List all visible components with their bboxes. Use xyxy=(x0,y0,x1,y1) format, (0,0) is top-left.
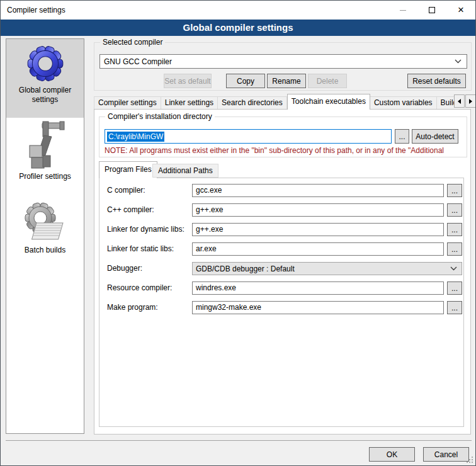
cpp-compiler-browse-button[interactable]: ... xyxy=(447,203,462,217)
set-as-default-button[interactable]: Set as default xyxy=(164,74,212,88)
tab-custom-variables[interactable]: Custom variables xyxy=(370,96,437,110)
make-program-browse-button[interactable]: ... xyxy=(447,301,462,314)
linker-dynamic-input[interactable]: g++.exe xyxy=(192,223,444,236)
settings-category-list: Global compiler settings Profiler settin… xyxy=(6,38,84,434)
make-program-input[interactable]: mingw32-make.exe xyxy=(192,301,444,314)
sidebar-item-label: Batch builds xyxy=(22,244,68,259)
caliper-icon xyxy=(23,120,67,171)
selected-compiler-group: Selected compiler GNU GCC Compiler Set a… xyxy=(94,42,472,91)
tab-linker-settings[interactable]: Linker settings xyxy=(161,96,218,110)
debugger-select-value: GDB/CDB debugger : Default xyxy=(196,264,295,273)
auto-detect-button[interactable]: Auto-detect xyxy=(412,129,458,144)
installation-directory-value: C:\raylib\MinGW xyxy=(107,132,164,142)
blue-gear-icon xyxy=(25,43,66,84)
sidebar-item-profiler-settings[interactable]: Profiler settings xyxy=(6,120,84,185)
minimize-icon xyxy=(400,10,406,11)
compiler-select-value: GNU GCC Compiler xyxy=(104,57,172,66)
c-compiler-input[interactable]: gcc.exe xyxy=(192,184,444,197)
field-label-linker-static: Linker for static libs: xyxy=(107,242,174,256)
subtab-additional-paths[interactable]: Additional Paths xyxy=(152,164,218,178)
linker-static-browse-button[interactable]: ... xyxy=(447,242,462,256)
field-label-linker-dynamic: Linker for dynamic libs: xyxy=(107,223,184,236)
maximize-button[interactable] xyxy=(417,1,446,20)
field-label-c-compiler: C compiler: xyxy=(107,184,145,197)
resource-compiler-browse-button[interactable]: ... xyxy=(447,281,462,295)
program-files-page: C compiler: gcc.exe ... C++ compiler: g+… xyxy=(99,178,464,427)
copy-button[interactable]: Copy xyxy=(226,74,265,88)
tab-toolchain-executables[interactable]: Toolchain executables xyxy=(287,94,370,110)
cpp-compiler-input[interactable]: g++.exe xyxy=(192,203,444,217)
resize-grip[interactable] xyxy=(472,462,473,463)
linker-static-input[interactable]: ar.exe xyxy=(192,242,444,256)
browse-directory-button[interactable]: ... xyxy=(395,129,409,144)
arrow-right-icon xyxy=(469,99,472,104)
field-label-cpp-compiler: C++ compiler: xyxy=(107,203,154,217)
maximize-icon xyxy=(429,7,435,13)
tab-search-directories[interactable]: Search directories xyxy=(218,96,287,110)
close-icon: × xyxy=(458,7,464,13)
window-title: Compiler settings xyxy=(1,6,388,14)
installation-directory-group: Compiler's installation directory C:\ray… xyxy=(99,116,467,157)
delete-button[interactable]: Delete xyxy=(308,74,347,88)
sidebar-item-batch-builds[interactable]: Batch builds xyxy=(6,200,84,259)
debugger-select[interactable]: GDB/CDB debugger : Default xyxy=(192,262,462,275)
installation-directory-input[interactable]: C:\raylib\MinGW xyxy=(105,129,392,144)
sidebar-item-global-compiler-settings[interactable]: Global compiler settings xyxy=(6,39,84,118)
compiler-tabs: Compiler settings Linker settings Search… xyxy=(94,94,454,110)
titlebar: Compiler settings × xyxy=(1,1,475,20)
gray-gear-stack-icon xyxy=(23,200,68,244)
cancel-button[interactable]: Cancel xyxy=(423,447,469,462)
field-label-debugger: Debugger: xyxy=(107,262,142,275)
compiler-select[interactable]: GNU GCC Compiler xyxy=(99,54,467,69)
field-label-make-program: Make program: xyxy=(107,301,158,314)
chevron-down-icon xyxy=(450,266,462,271)
reset-defaults-button[interactable]: Reset defaults xyxy=(407,74,466,88)
rename-button[interactable]: Rename xyxy=(267,74,306,88)
linker-dynamic-browse-button[interactable]: ... xyxy=(447,223,462,236)
tab-scroll-right-button[interactable] xyxy=(465,94,476,108)
tab-build-options[interactable]: Build options xyxy=(437,96,454,110)
sidebar-item-label: Profiler settings xyxy=(16,171,74,185)
resource-compiler-input[interactable]: windres.exe xyxy=(192,281,444,295)
ok-button[interactable]: OK xyxy=(369,447,415,462)
bin-subdirectory-note: NOTE: All programs must exist either in … xyxy=(105,146,467,155)
c-compiler-browse-button[interactable]: ... xyxy=(447,184,462,197)
close-button[interactable]: × xyxy=(446,1,475,20)
tab-scroll-left-button[interactable] xyxy=(454,94,465,108)
compiler-settings-dialog: Compiler settings × Global compiler sett… xyxy=(0,0,476,466)
footer-divider xyxy=(6,440,472,441)
tab-compiler-settings[interactable]: Compiler settings xyxy=(94,96,161,110)
field-label-resource-compiler: Resource compiler: xyxy=(107,281,172,295)
page-title: Global compiler settings xyxy=(1,20,475,36)
arrow-left-icon xyxy=(458,99,461,104)
subtab-program-files[interactable]: Program Files xyxy=(99,161,157,178)
chevron-down-icon xyxy=(455,59,467,64)
group-label: Selected compiler xyxy=(100,38,165,47)
minimize-button[interactable] xyxy=(388,1,417,20)
group-label: Compiler's installation directory xyxy=(105,112,215,121)
sidebar-item-label: Global compiler settings xyxy=(6,84,84,108)
